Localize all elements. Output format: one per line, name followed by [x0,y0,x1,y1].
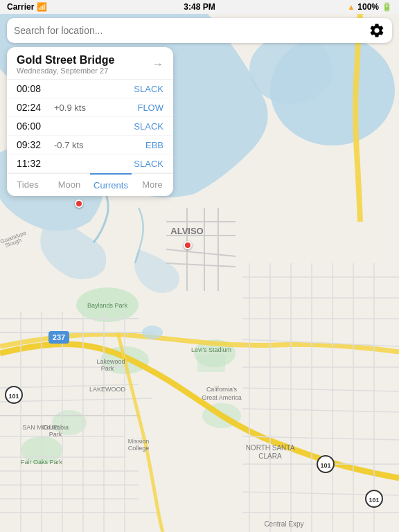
card-header: Gold Street Bridge Wednesday, September … [7,47,173,80]
card-detail-arrow[interactable]: → [152,58,163,71]
tide-row: 02:24 +0.9 kts FLOW [7,98,173,117]
tab-tides[interactable]: Tides [7,174,48,196]
svg-text:Baylands Park: Baylands Park [87,302,128,309]
svg-text:101: 101 [320,462,330,469]
card-tabs: TidesMoonCurrentsMore [7,173,173,196]
svg-text:NORTH SANTA: NORTH SANTA [246,444,295,452]
tab-moon[interactable]: Moon [48,174,90,196]
status-bar: Carrier 📶 3:48 PM ▲ 100% 🔋 [0,0,399,14]
svg-text:101: 101 [8,393,19,400]
tide-row: 11:32 SLACK [7,154,173,173]
carrier-label: Carrier [7,2,34,12]
svg-text:101: 101 [369,497,379,504]
tide-time: 11:32 [17,158,50,169]
svg-text:Levi's Stadium: Levi's Stadium [191,346,231,353]
svg-text:237: 237 [53,333,65,342]
tide-label: SLACK [134,84,163,94]
svg-text:College: College [128,445,150,452]
svg-text:Park: Park [49,431,62,438]
map-pin-1[interactable] [75,200,83,208]
svg-text:Great America: Great America [202,394,242,401]
svg-text:Lakewood: Lakewood [96,358,125,365]
svg-text:Park: Park [101,365,114,372]
card-title: Gold Street Bridge [17,54,114,66]
svg-text:SAN MIGUEL: SAN MIGUEL [22,424,61,431]
tide-label: EBB [145,140,163,150]
search-bar[interactable] [7,18,392,43]
wifi-icon: 📶 [37,2,47,12]
tide-time: 09:32 [17,139,50,150]
info-card: Gold Street Bridge Wednesday, September … [7,47,173,196]
svg-text:LAKEWOOD: LAKEWOOD [89,386,126,393]
card-subtitle: Wednesday, September 27 [17,66,114,75]
tide-row: 09:32 -0.7 kts EBB [7,136,173,154]
tide-rows: 00:08 SLACK 02:24 +0.9 kts FLOW 06:00 SL… [7,80,173,173]
search-input[interactable] [14,25,369,36]
tide-time: 02:24 [17,102,50,113]
svg-point-82 [142,326,163,339]
map-pin-2[interactable] [184,241,192,249]
tide-time: 00:08 [17,83,50,94]
svg-text:Mission: Mission [128,438,150,445]
settings-button[interactable] [369,22,385,39]
svg-text:ALVISO: ALVISO [170,226,203,236]
tab-currents[interactable]: Currents [90,173,132,196]
svg-rect-65 [197,355,225,372]
svg-text:California's: California's [206,386,238,393]
svg-text:Fair Oaks Park: Fair Oaks Park [21,459,63,466]
tide-row: 06:00 SLACK [7,117,173,136]
tab-more[interactable]: More [132,174,173,196]
tide-speed: -0.7 kts [50,140,145,150]
svg-text:Central Expy: Central Expy [264,520,303,528]
battery-icon: 🔋 [382,2,392,12]
tide-label: FLOW [137,103,163,113]
tide-label: SLACK [134,159,163,169]
tide-row: 00:08 SLACK [7,80,173,98]
svg-point-2 [249,35,332,104]
battery-label: 100% [357,2,379,12]
tide-speed: +0.9 kts [50,103,137,113]
tide-label: SLACK [134,121,163,132]
location-icon: ▲ [347,3,355,11]
gear-icon [369,22,385,39]
time-label: 3:48 PM [184,2,215,12]
svg-text:CLARA: CLARA [258,452,282,460]
tide-time: 06:00 [17,121,50,132]
